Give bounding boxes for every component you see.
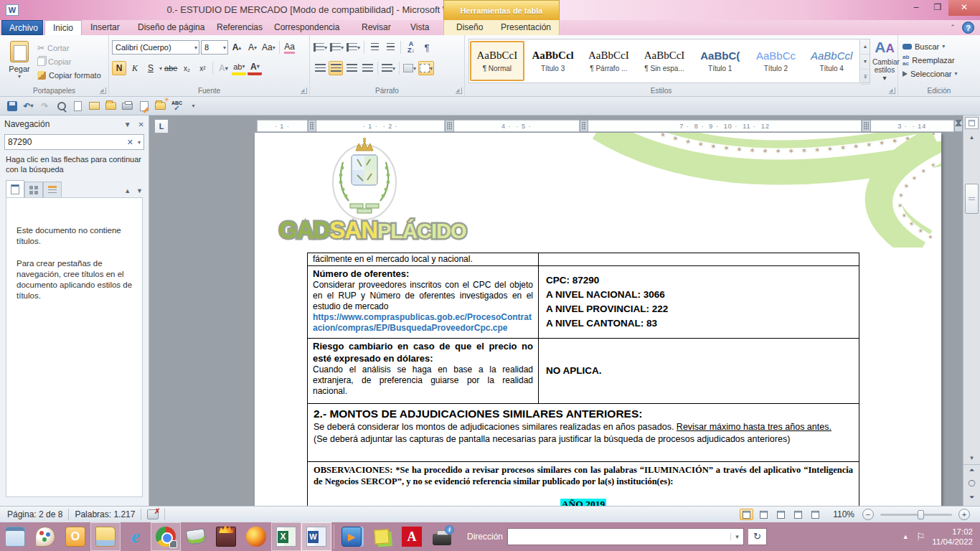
taskbar-printer[interactable]: i [427, 522, 457, 551]
action-center-flag-icon[interactable]: ⚐ [916, 531, 925, 542]
superscript-button[interactable]: x² [195, 61, 209, 75]
borders-button[interactable]: ▾ [418, 61, 434, 75]
taskbar-word[interactable] [301, 522, 331, 551]
document-page[interactable]: ✶✶✶✶✶✶✶✶✶✶✶✶✶✶✶✶✶✶✶✶✶✶✶✶✶✶✶✶ ✶✶✶✶✶✶✶✶✶✶✶… [255, 133, 941, 506]
search-options-icon[interactable]: ▾ [138, 139, 141, 146]
multilevel-list-button[interactable]: ▾ [346, 40, 361, 55]
scroll-down-icon[interactable]: ▼ [966, 455, 977, 461]
grow-font-button[interactable]: A▴ [230, 40, 244, 55]
change-styles-button[interactable]: AA Cambiar estilos ▾ [872, 38, 897, 85]
underline-dropdown-icon[interactable]: ▾ [159, 65, 162, 72]
underline-button[interactable]: S [143, 61, 158, 75]
taskbar-sticky-notes[interactable] [367, 522, 397, 551]
style-normal[interactable]: AaBbCcI ¶ Normal [470, 41, 524, 81]
taskbar-drafting-app[interactable]: A [397, 522, 427, 551]
save-icon[interactable] [6, 100, 18, 112]
dialog-launcher-portapapeles[interactable]: ◢ [100, 88, 106, 94]
gallery-down-icon[interactable]: ▼ [861, 55, 870, 70]
dialog-launcher-fuente[interactable]: ◢ [301, 88, 307, 94]
proofing-status-icon[interactable] [147, 509, 159, 519]
ruler-toggle-button[interactable] [965, 117, 979, 129]
customize-qat-icon[interactable]: ▾ [187, 100, 199, 112]
hidden-icons-chevron[interactable]: ▲ [903, 533, 909, 540]
print-preview-icon[interactable] [55, 100, 67, 112]
decrease-indent-button[interactable] [367, 40, 382, 55]
tab-stop-selector[interactable]: L [154, 119, 169, 133]
style-titulo1[interactable]: AaBbC( Título 1 [693, 41, 748, 81]
taskbar-paint[interactable] [30, 522, 60, 551]
table-column-marker[interactable] [580, 120, 589, 132]
taskbar-file-explorer[interactable] [90, 522, 121, 551]
clear-formatting-button[interactable]: Aa [283, 40, 297, 55]
numbering-button[interactable]: ▾ [329, 40, 344, 55]
style-sin-espaciado[interactable]: AaBbCcI ¶ Sin espa... [637, 41, 692, 81]
taskbar-clock[interactable]: 17:02 11/04/2022 [932, 527, 973, 547]
navigation-search-box[interactable]: ✕ ▾ [4, 134, 144, 150]
cut-button[interactable]: ✂ Cortar [37, 41, 101, 55]
text-effects-button[interactable]: A▾ [216, 61, 230, 75]
scrollbar-thumb[interactable] [965, 184, 979, 214]
replace-button[interactable]: abac Reemplazar [898, 53, 980, 67]
tab-inicio[interactable]: Inicio [44, 20, 82, 35]
folder-special-icon[interactable] [154, 100, 166, 112]
strikethrough-button[interactable]: abe [164, 61, 178, 75]
table-column-marker[interactable] [308, 120, 317, 132]
search-input[interactable] [8, 137, 127, 147]
table-column-marker[interactable] [862, 120, 871, 132]
subscript-button[interactable]: x₂ [179, 61, 194, 75]
italic-button[interactable]: K [128, 61, 142, 75]
shading-button[interactable]: ▾ [402, 61, 417, 75]
quick-print-icon[interactable] [121, 100, 133, 112]
bold-button[interactable]: N [112, 61, 126, 75]
zoom-level[interactable]: 110% [833, 509, 854, 519]
zoom-slider[interactable] [880, 514, 952, 516]
increase-indent-button[interactable] [383, 40, 397, 55]
navtab-pages[interactable] [24, 182, 43, 197]
taskbar-scanner[interactable] [181, 522, 211, 551]
style-titulo4[interactable]: AaBbCcl Título 4 [804, 41, 859, 81]
font-name-combo[interactable]: Calibri (Cuerpo)▾ [112, 40, 199, 55]
redo-icon[interactable]: ↷ [39, 100, 51, 112]
tab-presentacion-tabla[interactable]: Presentación [494, 20, 558, 35]
sort-button[interactable]: AZ↓ [404, 40, 418, 55]
outline-view-button[interactable] [791, 509, 805, 520]
tab-insertar[interactable]: Insertar [83, 20, 127, 35]
shrink-font-button[interactable]: A▾ [245, 40, 260, 55]
minimize-ribbon-icon[interactable]: ⌃ [947, 22, 958, 33]
draft-view-button[interactable] [809, 509, 822, 520]
indent-marker[interactable] [954, 120, 963, 132]
select-button[interactable]: Seleccionar▾ [898, 67, 980, 80]
font-size-combo[interactable]: 8▾ [201, 40, 228, 55]
gallery-up-icon[interactable]: ▲ [861, 39, 870, 55]
mail-attach-icon[interactable] [88, 100, 100, 112]
font-color-button[interactable]: A▾ [248, 61, 262, 75]
horizontal-ruler[interactable]: · 1 · · 1 · · 2 · 4 · · 5 · 7 · 8 · 9 · … [257, 119, 963, 133]
zoom-slider-thumb[interactable] [918, 510, 924, 519]
new-document-icon[interactable] [72, 100, 84, 112]
next-result-icon[interactable]: ▼ [136, 187, 143, 194]
gallery-more-icon[interactable]: ⊽ [861, 70, 870, 85]
zoom-in-button[interactable]: + [958, 509, 970, 520]
help-icon[interactable]: ? [962, 22, 974, 34]
address-input[interactable]: ▾ [507, 528, 744, 545]
taskbar-internet-explorer[interactable]: e [121, 522, 151, 551]
taskbar-excel[interactable] [271, 522, 301, 551]
open-icon[interactable] [105, 100, 117, 112]
paste-dropdown-icon[interactable]: ▾ [4, 73, 34, 80]
tab-correspondencia[interactable]: Correspondencia [267, 20, 347, 35]
justify-button[interactable] [360, 61, 374, 75]
restore-button[interactable]: ❐ [927, 0, 948, 16]
navpane-close-icon[interactable]: ✕ [138, 121, 144, 128]
highlight-color-button[interactable]: ab▾ [232, 61, 246, 75]
align-left-button[interactable] [313, 61, 327, 75]
select-browse-object-icon[interactable]: ◯ [966, 479, 977, 486]
clear-search-icon[interactable]: ✕ [127, 138, 133, 147]
next-page-icon[interactable]: ⏷ [966, 494, 977, 501]
style-parrafo[interactable]: AaBbCcI ¶ Párrafo ... [581, 41, 636, 81]
tab-vista[interactable]: Vista [403, 20, 436, 35]
tab-revisar[interactable]: Revisar [354, 20, 398, 35]
navtab-headings[interactable] [6, 180, 24, 197]
paste-button[interactable]: Pegar ▾ [4, 39, 34, 88]
format-painter-button[interactable]: Copiar formato [37, 68, 101, 82]
zoom-out-button[interactable]: − [862, 509, 874, 520]
